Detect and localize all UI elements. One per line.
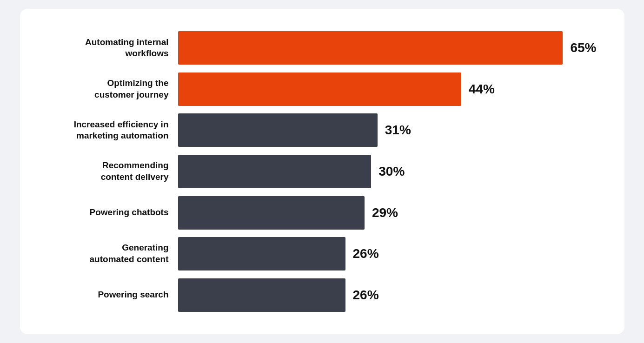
bar-label: Powering search bbox=[29, 289, 178, 301]
bar-label: Recommendingcontent delivery bbox=[29, 160, 178, 183]
bar-label: Optimizing thecustomer journey bbox=[29, 78, 178, 100]
bar-value: 65% bbox=[570, 40, 596, 55]
bar-label: Automating internalworkflows bbox=[29, 37, 178, 59]
bar-track: 29% bbox=[178, 196, 597, 230]
bar-fill bbox=[178, 73, 461, 106]
bar-row: Generatingautomated content26% bbox=[29, 237, 597, 270]
bar-value: 26% bbox=[353, 288, 379, 303]
bar-value: 30% bbox=[378, 164, 405, 179]
bar-track: 26% bbox=[178, 237, 597, 270]
bar-value: 44% bbox=[469, 82, 495, 97]
bar-row: Optimizing thecustomer journey44% bbox=[29, 73, 597, 106]
bar-row: Powering search26% bbox=[29, 278, 597, 312]
bar-label: Increased efficiency inmarketing automat… bbox=[29, 119, 178, 142]
bar-label: Generatingautomated content bbox=[29, 242, 178, 265]
bar-label: Powering chatbots bbox=[29, 207, 178, 218]
bar-fill bbox=[178, 155, 372, 188]
chart-container: Automating internalworkflows65%Optimizin… bbox=[20, 9, 624, 334]
bar-value: 26% bbox=[353, 246, 379, 261]
bar-value: 29% bbox=[372, 205, 398, 220]
bar-row: Increased efficiency inmarketing automat… bbox=[29, 113, 597, 147]
bar-fill bbox=[178, 113, 378, 147]
bar-track: 26% bbox=[178, 278, 597, 312]
bar-track: 31% bbox=[178, 113, 597, 147]
bar-fill bbox=[178, 278, 345, 312]
bar-fill bbox=[178, 196, 365, 230]
bar-row: Powering chatbots29% bbox=[29, 196, 597, 230]
bar-track: 65% bbox=[178, 31, 597, 65]
bar-fill bbox=[178, 31, 563, 65]
bar-track: 30% bbox=[178, 155, 597, 188]
bar-track: 44% bbox=[178, 73, 597, 106]
bar-fill bbox=[178, 237, 345, 270]
bar-value: 31% bbox=[385, 123, 411, 138]
bar-row: Automating internalworkflows65% bbox=[29, 31, 597, 65]
bar-row: Recommendingcontent delivery30% bbox=[29, 155, 597, 188]
